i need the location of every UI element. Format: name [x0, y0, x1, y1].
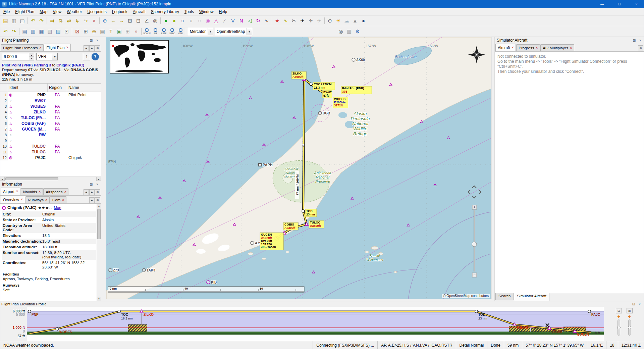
- menu-scenery-library[interactable]: Scenery Library: [148, 8, 182, 15]
- flightplan-row-4[interactable]: 4 △ZILKO PA: [0, 109, 101, 115]
- dock-profile-button[interactable]: ▧: [46, 27, 54, 36]
- tab-scroll-right-button[interactable]: ▶: [89, 197, 95, 203]
- options-button[interactable]: ⚙: [354, 27, 362, 36]
- range-rings-button[interactable]: ◎: [151, 16, 159, 26]
- adjust-altitude-button[interactable]: ⇅: [56, 16, 65, 26]
- dock-float-button[interactable]: ⊡: [88, 182, 94, 187]
- tab-flight-plan[interactable]: Flight Plan×: [44, 44, 70, 51]
- tab-ai-multiplayer[interactable]: AI / Multiplayer×: [540, 44, 574, 51]
- menu-file[interactable]: File: [1, 8, 12, 15]
- append-flightplan-button[interactable]: ↪: [82, 16, 90, 26]
- tab-menu-button[interactable]: ▤: [95, 189, 100, 195]
- close-tab-icon[interactable]: ×: [536, 46, 538, 50]
- dock-float-button[interactable]: ⊡: [88, 38, 94, 43]
- measure-distance-button[interactable]: ∠: [143, 16, 151, 26]
- tab-overview[interactable]: Overview×: [1, 196, 25, 203]
- show-ndb-button[interactable]: N: [237, 16, 246, 26]
- scroll-right-icon[interactable]: ▶: [96, 177, 101, 181]
- vertical-scrollbar[interactable]: ▲ ▼: [97, 204, 101, 301]
- adjust-altitude-small-button[interactable]: ↥: [83, 53, 90, 60]
- zoom-slider-handle[interactable]: [472, 242, 477, 247]
- scroll-down-icon[interactable]: ▼: [97, 297, 101, 301]
- projection-combo[interactable]: Mercator▼: [188, 28, 213, 35]
- close-tab-icon[interactable]: ×: [66, 46, 68, 49]
- help-button[interactable]: ?: [92, 53, 99, 60]
- airspace-spec-button[interactable]: SPEC: [168, 27, 176, 36]
- tab-menu-button[interactable]: ▤: [95, 197, 100, 203]
- dock-close-button[interactable]: ×: [637, 38, 643, 43]
- profile-follow-button[interactable]: ⊠: [627, 308, 633, 313]
- tab-scroll-left-button[interactable]: ◀: [84, 45, 89, 51]
- airport-symbol-Z73[interactable]: [109, 268, 112, 272]
- map-redo-button[interactable]: ↷: [10, 27, 18, 36]
- close-tab-icon[interactable]: ×: [40, 46, 42, 50]
- flightplan-row-11[interactable]: 11 △TULOC PA: [0, 149, 101, 155]
- dock-flightplan-button[interactable]: ▤: [20, 27, 29, 36]
- zoom-normal-button[interactable]: ⊞: [82, 27, 90, 36]
- clear-highlights-button[interactable]: ⊠: [73, 27, 82, 36]
- tab-runways[interactable]: Runways×: [25, 196, 50, 203]
- delete-selected-button[interactable]: ×: [90, 16, 98, 26]
- spinbox-arrows[interactable]: ▲▼: [29, 53, 34, 60]
- reset-display-button[interactable]: ×: [132, 27, 140, 36]
- dock-search-button[interactable]: ▥: [29, 27, 37, 36]
- column-ident[interactable]: Ident: [8, 84, 48, 92]
- hillshading-button[interactable]: ▲: [351, 16, 359, 26]
- flightplan-row-12[interactable]: 12 ◎PAJC Chignik: [0, 155, 101, 160]
- map-theme-combo[interactable]: OpenStreetMap▼: [215, 28, 252, 35]
- show-globe-button[interactable]: ●: [359, 16, 368, 26]
- profile-horizontal-zoom-slider[interactable]: [628, 319, 631, 336]
- airport-symbol-UGB[interactable]: [318, 111, 322, 115]
- flightplan-row-6[interactable]: 6 △COBIS (FAF) PA: [0, 120, 101, 126]
- tab-flight-plan-remarks[interactable]: Flight Plan Remarks×: [1, 44, 44, 51]
- dock-float-button[interactable]: ⊡: [631, 38, 637, 43]
- close-button[interactable]: ×: [629, 0, 644, 8]
- show-seaplane-bases-button[interactable]: ○: [187, 16, 195, 26]
- center-aircraft-button[interactable]: ⊙: [326, 16, 334, 26]
- scroll-up-icon[interactable]: ▲: [97, 204, 101, 208]
- overview-world-map[interactable]: [110, 40, 169, 73]
- close-tab-icon[interactable]: ×: [570, 46, 572, 50]
- dock-close-button[interactable]: ×: [94, 182, 100, 187]
- flightplan-row-2[interactable]: 2 ○RW07: [0, 98, 101, 103]
- menu-weather[interactable]: Weather: [64, 8, 85, 15]
- flightplan-row-5[interactable]: 5 △TULOC (FA... PA: [0, 115, 101, 120]
- close-tab-icon[interactable]: ×: [512, 46, 514, 49]
- tab-airport[interactable]: Airport×: [1, 188, 20, 195]
- tab-aircraft[interactable]: Aircraft×: [495, 44, 516, 51]
- map-link[interactable]: Map: [54, 206, 61, 210]
- menu-logbook[interactable]: Logbook: [109, 8, 130, 15]
- flightplan-row-10[interactable]: 10 △TULOC PA: [0, 143, 101, 149]
- tab-scroll-right-button[interactable]: ▶: [89, 45, 95, 51]
- center-route-button[interactable]: ⊕: [90, 27, 98, 36]
- show-holdings-button[interactable]: ↻: [254, 16, 262, 26]
- copy-map-image-button[interactable]: ▣: [115, 27, 123, 36]
- zoom-out-button[interactable]: ⊟: [134, 16, 143, 26]
- flight-rules-combo[interactable]: VFR ▼: [36, 53, 58, 60]
- show-ils-button[interactable]: ◁: [246, 16, 254, 26]
- airspace-rstr-button[interactable]: RSTR: [160, 27, 168, 36]
- map-labels-button[interactable]: T: [107, 27, 115, 36]
- show-vor-button[interactable]: V: [229, 16, 237, 26]
- sun-shading-button[interactable]: ☁: [342, 16, 351, 26]
- map-svg[interactable]: 160°W159°W158°W157°W156°W57°NAlaskaPenin…: [106, 37, 491, 299]
- show-userpoints-button[interactable]: ★: [273, 16, 281, 26]
- map-search-button[interactable]: ◎: [337, 27, 345, 36]
- airspace-otr-button[interactable]: OTR: [176, 27, 185, 36]
- scenery-library-button[interactable]: ▥: [345, 27, 354, 36]
- close-tab-icon[interactable]: ×: [45, 198, 47, 202]
- show-hard-airports-button[interactable]: ●: [162, 16, 170, 26]
- insert-flightplan-button[interactable]: ↳: [73, 16, 82, 26]
- flightplan-row-8[interactable]: 8 ○RW: [0, 132, 101, 138]
- fullscreen-map-button[interactable]: ⊡: [62, 27, 71, 36]
- maximize-button[interactable]: □: [612, 0, 627, 8]
- close-tab-icon[interactable]: ×: [21, 198, 23, 201]
- open-flightplan-button[interactable]: ▤: [1, 16, 10, 26]
- tab-menu-button[interactable]: ▤: [638, 45, 643, 51]
- show-waypoints-button[interactable]: △: [212, 16, 220, 26]
- column-name[interactable]: Name: [67, 84, 101, 92]
- cruise-altitude-spinbox[interactable]: 6 000 ft ▲▼: [2, 53, 34, 60]
- menu-userpoints[interactable]: Userpoints: [85, 8, 109, 15]
- dock-close-button[interactable]: ×: [94, 38, 100, 43]
- dock-simulator-button[interactable]: ▨: [54, 27, 62, 36]
